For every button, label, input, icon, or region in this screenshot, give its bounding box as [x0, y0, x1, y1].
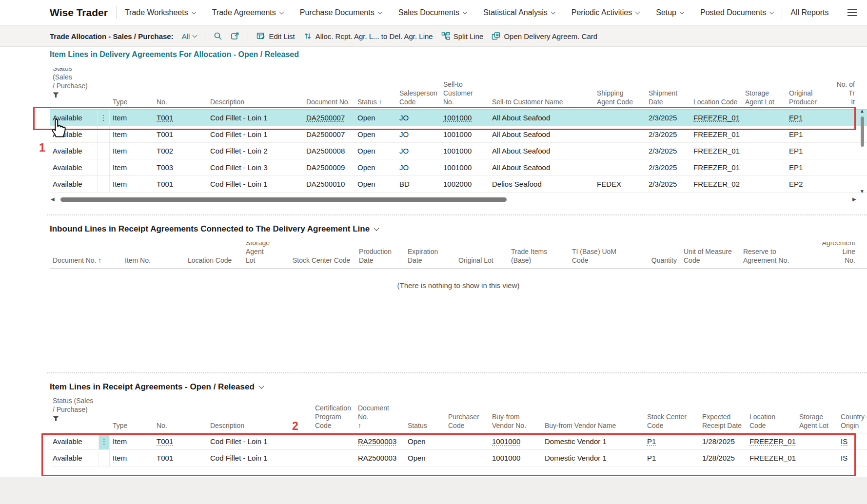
receipt-section-title[interactable]: Item Lines in Receipt Agreements - Open …: [50, 382, 263, 392]
cell-country-of-origin[interactable]: IS: [838, 454, 867, 462]
cell-salesperson-code[interactable]: BD: [396, 180, 440, 188]
cell-sellto-customer-no[interactable]: 1001000: [440, 163, 489, 172]
column-header-reserve-to-agreement-no[interactable]: Reserve to Agreement No.: [740, 248, 806, 265]
cell-shipment-date[interactable]: 2/3/2025: [646, 147, 690, 155]
cell-original-producer[interactable]: EP2: [786, 180, 833, 188]
cell-description[interactable]: Cod Fillet - Loin 2: [207, 147, 303, 155]
nav-menu-item[interactable]: Posted Documents: [700, 8, 773, 17]
cell-status[interactable]: Open: [355, 130, 396, 138]
nav-menu-item[interactable]: Periodic Activities: [571, 8, 640, 17]
row-menu-icon[interactable]: [97, 159, 110, 175]
cell-sellto-customer-name[interactable]: All About Seafood: [489, 147, 594, 155]
cell-status[interactable]: Open: [355, 180, 396, 188]
column-header-type[interactable]: Type: [110, 422, 154, 430]
alloc-rcpt-to-del-button[interactable]: Alloc. Rcpt. Agr. L... to Del. Agr. Line: [303, 32, 433, 40]
horizontal-scrollbar-thumb[interactable]: [60, 197, 507, 202]
menu-icon[interactable]: [846, 7, 859, 18]
column-header-type[interactable]: Type: [110, 98, 154, 107]
open-delivery-card-button[interactable]: Open Delivery Agreem. Card: [492, 32, 597, 40]
cell-allocation-status[interactable]: Available: [50, 147, 97, 155]
column-header-sellto-customer-name[interactable]: Sell-to Customer Name: [489, 98, 594, 107]
column-header-allocation-status[interactable]: Allocation Status (Sales / Purchase): [50, 396, 99, 430]
cell-buy-from-vendor-name[interactable]: Domestic Vendor 1: [542, 454, 644, 462]
cell-no[interactable]: T001: [154, 114, 207, 122]
row-menu-icon[interactable]: [99, 450, 110, 466]
column-header-certification-program-code[interactable]: Certification Program Code: [312, 404, 355, 430]
column-header-location-code[interactable]: Location Code: [185, 256, 243, 265]
cell-no[interactable]: T001: [154, 454, 207, 462]
table-row[interactable]: Available ⋮ Item T001 Cod Fillet - Loin …: [50, 110, 867, 126]
cell-buy-from-vendor-no[interactable]: 1001000: [489, 437, 542, 446]
cell-document-no[interactable]: DA2500008: [303, 147, 355, 155]
cell-status[interactable]: Open: [355, 147, 396, 155]
cell-stock-center-code[interactable]: P1: [644, 437, 699, 446]
inbound-section-title[interactable]: Inbound Lines in Receipt Agreements Conn…: [50, 224, 378, 234]
column-header-production-date[interactable]: Production Date: [356, 248, 405, 265]
column-header-original-lot[interactable]: Original Lot: [455, 256, 508, 265]
horizontal-scrollbar[interactable]: ◀ ▶: [50, 196, 867, 203]
column-header-shipping-agent-code[interactable]: Shipping Agent Code: [594, 89, 646, 107]
table-row[interactable]: Available Item T002 Cod Fillet - Loin 2 …: [50, 143, 867, 159]
scroll-left-icon[interactable]: ◀: [51, 196, 55, 202]
column-header-unit-of-measure-code[interactable]: Unit of Measure Code: [681, 248, 740, 265]
row-menu-icon[interactable]: ⋮: [97, 110, 110, 126]
cell-no[interactable]: T001: [154, 180, 207, 188]
cell-status[interactable]: Open: [355, 114, 396, 122]
cell-type[interactable]: Item: [110, 437, 154, 446]
cell-document-no[interactable]: DA2500007: [303, 114, 355, 122]
cell-type[interactable]: Item: [110, 163, 154, 172]
cell-document-no[interactable]: RA2500003: [355, 454, 405, 462]
column-header-trade-items-base[interactable]: Trade Items (Base): [508, 248, 569, 265]
cell-original-producer[interactable]: EP1: [786, 163, 833, 172]
cell-buy-from-vendor-no[interactable]: 1001000: [489, 454, 542, 462]
column-header-buy-from-vendor-no[interactable]: Buy-from Vendor No.: [489, 413, 542, 430]
column-header-expected-receipt-date[interactable]: Expected Receipt Date: [699, 413, 747, 430]
cell-description[interactable]: Cod Fillet - Loin 1: [207, 180, 303, 188]
column-header-ti-base-uom-code[interactable]: TI (Base) UoM Code: [569, 248, 632, 265]
scroll-up-icon[interactable]: ▲: [860, 108, 865, 114]
cell-type[interactable]: Item: [110, 114, 154, 122]
column-header-storage-agent-lot[interactable]: Storage Agent Lot: [796, 413, 838, 430]
cell-allocation-status[interactable]: Available: [50, 437, 99, 446]
column-header-sellto-customer-no[interactable]: Sell-to Customer No.: [440, 80, 489, 107]
cell-stock-center-code[interactable]: P1: [644, 454, 699, 462]
edit-list-button[interactable]: Edit List: [256, 32, 295, 40]
column-header-description[interactable]: Description: [207, 98, 303, 107]
cell-sellto-customer-name[interactable]: All About Seafood: [489, 163, 594, 172]
table-row[interactable]: Available Item T001 Cod Fillet - Loin 1 …: [50, 450, 867, 466]
cell-type[interactable]: Item: [110, 130, 154, 138]
column-header-location-code[interactable]: Location Code: [747, 413, 796, 430]
vertical-scrollbar[interactable]: ▲ ▼: [859, 108, 866, 194]
cell-shipment-date[interactable]: 2/3/2025: [646, 114, 690, 122]
cell-description[interactable]: Cod Fillet - Loin 1: [207, 130, 303, 138]
column-header-original-producer[interactable]: Original Producer: [786, 89, 833, 107]
column-header-location-code[interactable]: Location Code: [690, 98, 742, 107]
column-header-no[interactable]: No.: [154, 98, 207, 107]
column-header-document-no[interactable]: Document No.: [303, 98, 355, 107]
cell-no[interactable]: T001: [154, 130, 207, 138]
cell-sellto-customer-no[interactable]: 1001000: [440, 147, 489, 155]
cell-status[interactable]: Open: [405, 454, 445, 462]
cell-sellto-customer-no[interactable]: 1001000: [440, 114, 489, 122]
cell-document-no[interactable]: RA2500003: [355, 437, 405, 446]
cell-allocation-status[interactable]: Available: [50, 454, 99, 462]
cell-salesperson-code[interactable]: JO: [396, 114, 440, 122]
column-header-salesperson-code[interactable]: Salesperson Code: [396, 89, 440, 107]
cell-expected-receipt-date[interactable]: 1/28/2025: [699, 454, 747, 462]
column-header-purchaser-code[interactable]: Purchaser Code: [445, 413, 489, 430]
cell-original-producer[interactable]: EP1: [786, 147, 833, 155]
column-header-no[interactable]: No.: [154, 422, 207, 430]
table-row[interactable]: Available Item T003 Cod Fillet - Loin 3 …: [50, 159, 867, 176]
cell-location-code[interactable]: FREEZER_01: [690, 147, 742, 155]
column-header-buy-from-vendor-name[interactable]: Buy-from Vendor Name: [542, 422, 644, 430]
column-header-stock-center-code[interactable]: Stock Center Code: [290, 256, 356, 265]
cell-status[interactable]: Open: [405, 437, 445, 446]
column-header-allocation-status[interactable]: Allocation Status (Sales / Purchase): [50, 68, 97, 107]
cell-salesperson-code[interactable]: JO: [396, 163, 440, 172]
cell-salesperson-code[interactable]: JO: [396, 147, 440, 155]
cell-original-producer[interactable]: EP1: [786, 130, 833, 138]
cell-no[interactable]: T002: [154, 147, 207, 155]
cell-shipment-date[interactable]: 2/3/2025: [646, 130, 690, 138]
cell-location-code[interactable]: FREEZER_01: [747, 454, 796, 462]
nav-menu-item[interactable]: Setup: [656, 8, 684, 17]
